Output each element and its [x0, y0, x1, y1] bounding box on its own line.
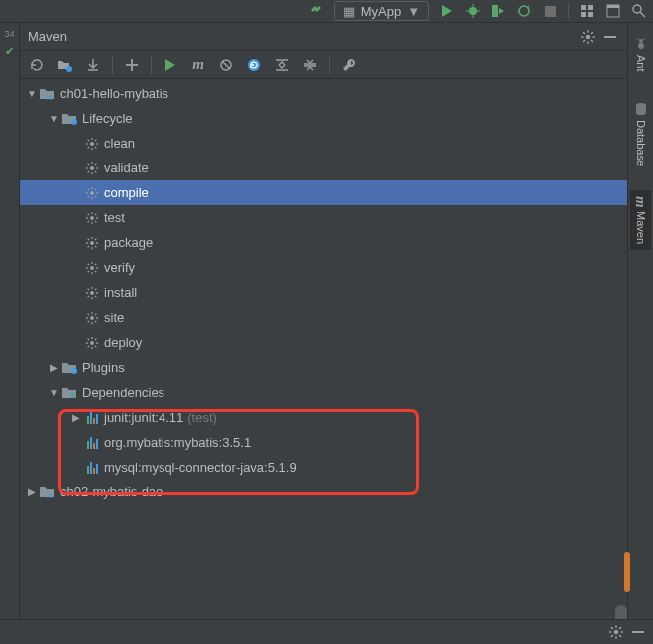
add-icon[interactable]	[121, 54, 143, 76]
tree-row[interactable]: verify	[20, 255, 627, 280]
hammer-icon[interactable]	[308, 3, 324, 19]
svg-line-110	[95, 313, 96, 314]
gear-icon	[84, 210, 100, 226]
expand-icon[interactable]	[271, 54, 293, 76]
debug-icon[interactable]	[465, 3, 481, 19]
left-gutter: 34 ✔	[0, 23, 20, 619]
right-tab-label: Ant	[635, 55, 647, 72]
svg-line-98	[88, 288, 89, 289]
svg-point-25	[66, 66, 72, 72]
tree-row[interactable]: package	[20, 230, 627, 255]
svg-line-100	[88, 295, 89, 296]
tree-row[interactable]: ▼Lifecycle	[20, 106, 627, 131]
tree-label: org.mybatis:mybatis:3.5.1	[104, 435, 251, 450]
cycle-icon[interactable]	[243, 54, 265, 76]
svg-line-63	[95, 195, 96, 196]
right-tab-maven[interactable]: m Maven	[630, 190, 651, 251]
tree-label: ch02-mybatis-dao	[60, 484, 163, 499]
skip-tests-icon[interactable]	[215, 54, 237, 76]
ant-icon	[634, 37, 648, 51]
gear-icon	[84, 235, 100, 251]
tree-row[interactable]: org.mybatis:mybatis:3.5.1	[20, 430, 627, 455]
layout-icon[interactable]	[579, 3, 595, 19]
svg-line-80	[88, 238, 89, 239]
gear-icon	[84, 310, 100, 326]
svg-line-72	[95, 220, 96, 221]
m-icon[interactable]: m	[187, 54, 209, 76]
window-icon[interactable]	[605, 3, 621, 19]
tree-row[interactable]: ▼Dependencies	[20, 380, 627, 405]
svg-line-14	[640, 12, 645, 17]
svg-line-116	[88, 338, 89, 339]
gear-icon[interactable]	[579, 28, 597, 46]
svg-line-128	[643, 38, 645, 40]
svg-rect-123	[74, 392, 76, 398]
download-icon[interactable]	[82, 54, 104, 76]
svg-line-54	[95, 170, 96, 171]
tree-label: compile	[104, 185, 149, 200]
svg-point-126	[639, 39, 643, 43]
chevron-down-icon[interactable]: ▼	[48, 387, 60, 398]
svg-line-56	[95, 163, 96, 164]
svg-point-39	[90, 142, 94, 146]
tree-row[interactable]: compile	[20, 180, 627, 205]
profile-icon[interactable]	[516, 3, 532, 19]
play-icon[interactable]	[439, 3, 455, 19]
run-config-selector[interactable]: ▦ MyApp ▼	[334, 1, 429, 21]
maven-tree[interactable]: ▼mch01-hello-mybatis▼Lifecyclecleanvalid…	[20, 79, 627, 619]
tree-label: site	[104, 310, 124, 325]
svg-point-125	[638, 43, 644, 49]
tree-row[interactable]: site	[20, 305, 627, 330]
right-tab-label: Maven	[635, 211, 647, 244]
svg-point-57	[90, 191, 94, 195]
chevron-down-icon: ▼	[407, 4, 420, 19]
gear-icon	[84, 260, 100, 276]
lib-icon	[84, 435, 100, 451]
play-icon[interactable]	[160, 54, 181, 76]
tree-row[interactable]: test	[20, 205, 627, 230]
svg-line-62	[88, 188, 89, 189]
reload-icon[interactable]	[26, 54, 48, 76]
tree-row[interactable]: validate	[20, 156, 627, 180]
right-tab-database[interactable]: Database	[632, 96, 650, 172]
svg-rect-139	[632, 631, 644, 633]
svg-text:m: m	[47, 491, 53, 499]
tree-row[interactable]: deploy	[20, 330, 627, 355]
chevron-down-icon[interactable]: ▼	[48, 113, 60, 124]
wrench-icon[interactable]	[338, 54, 360, 76]
tree-row[interactable]: mysql:mysql-connector-java:5.1.9	[20, 455, 627, 480]
svg-line-20	[583, 32, 585, 34]
tree-row[interactable]: ▼mch01-hello-mybatis	[20, 81, 627, 106]
stop-icon[interactable]	[542, 3, 558, 19]
folder-lib-icon	[62, 385, 78, 401]
tree-row[interactable]: install	[20, 280, 627, 305]
tree-row[interactable]: ▶junit:junit:4.11(test)	[20, 405, 627, 430]
tree-label: package	[104, 235, 153, 250]
chevron-down-icon[interactable]: ▼	[26, 88, 38, 99]
minimize-icon[interactable]	[631, 625, 645, 639]
chevron-right-icon[interactable]: ▶	[26, 486, 38, 497]
chevron-right-icon[interactable]: ▶	[48, 362, 60, 373]
tree-row[interactable]: clean	[20, 131, 627, 156]
collapse-icon[interactable]	[299, 54, 321, 76]
minimize-icon[interactable]	[601, 28, 619, 46]
check-icon: ✔	[5, 45, 14, 58]
chevron-right-icon[interactable]: ▶	[70, 412, 82, 423]
generate-icon[interactable]	[54, 54, 76, 76]
tree-label: junit:junit:4.11	[104, 410, 183, 425]
svg-line-30	[222, 61, 230, 69]
right-tab-ant[interactable]: Ant	[632, 31, 650, 78]
search-icon[interactable]	[631, 3, 647, 19]
tree-row[interactable]: ▶mch02-mybatis-dao	[20, 480, 627, 504]
svg-line-109	[88, 320, 89, 321]
svg-rect-24	[604, 36, 616, 38]
svg-line-90	[95, 270, 96, 271]
coverage-icon[interactable]	[490, 3, 506, 19]
svg-line-99	[95, 295, 96, 296]
gear-icon[interactable]	[609, 625, 623, 639]
editor-scrollbar-marker	[624, 552, 630, 592]
tree-row[interactable]: ▶Plugins	[20, 355, 627, 380]
line-badge: 34	[4, 29, 14, 39]
tree-label: ch01-hello-mybatis	[60, 86, 168, 101]
scrollbar-thumb[interactable]	[615, 605, 627, 619]
